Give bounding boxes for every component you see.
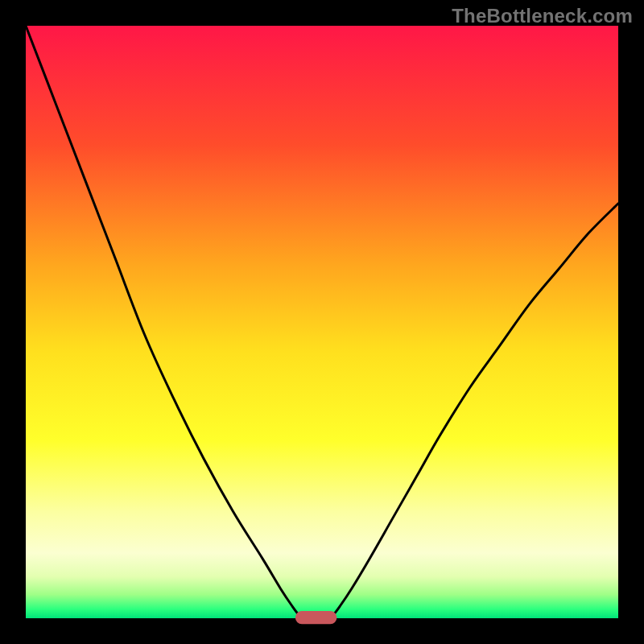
- gradient-background: [26, 26, 618, 618]
- bottleneck-marker: [295, 611, 337, 624]
- watermark-text: TheBottleneck.com: [452, 5, 633, 27]
- outer-frame: TheBottleneck.com: [0, 0, 644, 644]
- bottleneck-chart: [0, 0, 644, 644]
